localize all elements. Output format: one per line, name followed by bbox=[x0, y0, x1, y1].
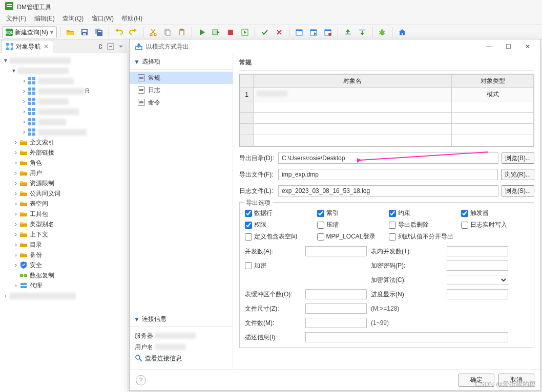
cb-privilege[interactable]: 权限 bbox=[245, 221, 313, 229]
svg-rect-53 bbox=[32, 118, 35, 121]
link-icon[interactable] bbox=[96, 42, 105, 51]
browse-dir-button[interactable]: 浏览(B)... bbox=[502, 153, 534, 164]
open-icon[interactable] bbox=[64, 26, 77, 38]
desc-input[interactable] bbox=[305, 332, 508, 342]
menu-help[interactable]: 帮助(H) bbox=[118, 13, 145, 24]
cb-include-ts[interactable]: 定义包含表空间 bbox=[245, 232, 313, 241]
undo-icon[interactable] bbox=[112, 26, 126, 38]
tree-icon bbox=[6, 42, 14, 51]
menu-icon[interactable] bbox=[117, 42, 125, 51]
maximize-button[interactable]: ☐ bbox=[501, 41, 516, 52]
svg-rect-37 bbox=[32, 77, 35, 80]
calendar1-icon[interactable] bbox=[293, 26, 306, 38]
run-script-icon[interactable] bbox=[210, 26, 223, 38]
file-count-input[interactable] bbox=[305, 318, 367, 328]
redo-icon[interactable] bbox=[127, 26, 140, 38]
new-query-button[interactable]: SQL 新建查询(N) ▾ bbox=[2, 26, 57, 38]
object-tree[interactable]: ▾ ▾ › ›R › › › › ›全文索引 ›外部链接 ›角色 ›用户 ›资源… bbox=[0, 53, 127, 392]
svg-rect-45 bbox=[32, 98, 35, 101]
cb-index[interactable]: 索引 bbox=[317, 209, 385, 217]
svg-rect-46 bbox=[28, 102, 31, 105]
tree-item: ›目录 bbox=[0, 239, 127, 250]
bug-icon[interactable] bbox=[376, 26, 389, 38]
cb-encrypt[interactable]: 加密 bbox=[245, 262, 301, 270]
svg-rect-42 bbox=[28, 92, 31, 95]
menu-query[interactable]: 查询(Q) bbox=[59, 13, 87, 24]
run-icon[interactable] bbox=[195, 26, 209, 38]
section-conn[interactable]: ▼ 连接信息 bbox=[130, 312, 233, 327]
export-file-input[interactable] bbox=[278, 169, 498, 180]
dialog-title-bar: 以模式方式导出 — ☐ ✕ bbox=[130, 39, 540, 54]
view-conn-link[interactable]: 查看连接信息 bbox=[135, 353, 182, 364]
close-button[interactable]: ✕ bbox=[520, 41, 535, 52]
concurrency-input[interactable] bbox=[305, 246, 367, 256]
cb-data-rows[interactable]: 数据行 bbox=[245, 209, 313, 217]
chevron-down-icon: ▾ bbox=[50, 29, 53, 36]
step-into-icon[interactable] bbox=[356, 26, 369, 38]
nav-tab-header: 对象导航 ✕ bbox=[0, 40, 127, 53]
svg-rect-39 bbox=[32, 81, 35, 84]
calendar2-icon[interactable] bbox=[307, 26, 320, 38]
cb-log-realtime[interactable]: 日志实时写入 bbox=[461, 221, 529, 229]
opt-general[interactable]: 常规 bbox=[130, 72, 233, 84]
ok-button[interactable]: 确定 bbox=[458, 374, 494, 387]
agent-icon bbox=[19, 281, 28, 290]
svg-rect-22 bbox=[310, 30, 317, 31]
save-all-icon[interactable] bbox=[92, 26, 106, 38]
step-out-icon[interactable] bbox=[341, 26, 355, 38]
enc-pwd-input[interactable] bbox=[447, 260, 508, 271]
svg-rect-47 bbox=[32, 102, 35, 105]
svg-rect-41 bbox=[32, 88, 35, 91]
commit-icon[interactable] bbox=[258, 26, 272, 38]
svg-rect-51 bbox=[32, 112, 35, 115]
object-table[interactable]: 对象名对象类型 1模式 bbox=[239, 74, 534, 147]
export-dir-input[interactable] bbox=[278, 153, 498, 164]
dialog-left-pane: ▼ 选择项 常规 日志 命令 ▼ 连接信息 服务器 用户名 查看连接信息 bbox=[130, 54, 233, 369]
browse-file-button[interactable]: 浏览(R)... bbox=[501, 169, 534, 180]
log-file-input[interactable] bbox=[278, 185, 498, 197]
rollback-icon[interactable] bbox=[273, 26, 286, 38]
search-icon bbox=[135, 354, 143, 362]
svg-point-29 bbox=[381, 29, 383, 31]
calendar3-icon[interactable] bbox=[321, 26, 335, 38]
cb-constraint[interactable]: 约束 bbox=[389, 209, 457, 217]
tree-item: ›代理 bbox=[0, 280, 127, 291]
tree-item: ›角色 bbox=[0, 158, 127, 168]
menu-window[interactable]: 窗口(W) bbox=[89, 13, 117, 24]
paste-icon[interactable] bbox=[175, 26, 189, 38]
close-icon[interactable]: ✕ bbox=[44, 43, 49, 50]
menu-edit[interactable]: 编辑(E) bbox=[31, 13, 58, 24]
progress-input[interactable] bbox=[447, 289, 508, 299]
cb-default-skip[interactable]: 列默认值不分开导出 bbox=[389, 232, 457, 241]
svg-rect-31 bbox=[11, 43, 13, 46]
cb-mpp-local[interactable]: MPP_LOCAL登录 bbox=[317, 232, 385, 241]
help-icon[interactable]: ? bbox=[136, 375, 146, 385]
run-selection-icon[interactable] bbox=[238, 26, 252, 38]
minimize-button[interactable]: — bbox=[481, 41, 496, 52]
log-file-label: 日志文件(L): bbox=[239, 187, 275, 195]
copy-icon[interactable] bbox=[161, 26, 174, 38]
cut-icon[interactable] bbox=[147, 26, 160, 38]
export-file-label: 导出文件(F): bbox=[239, 170, 275, 179]
section-select[interactable]: ▼ 选择项 bbox=[130, 54, 233, 70]
svg-rect-56 bbox=[28, 128, 31, 132]
collapse-icon[interactable] bbox=[107, 42, 115, 51]
enc-alg-select[interactable] bbox=[447, 275, 508, 285]
nav-tab[interactable]: 对象导航 ✕ bbox=[1, 40, 53, 53]
opt-cmd[interactable]: 命令 bbox=[130, 96, 233, 108]
file-size-input[interactable] bbox=[305, 303, 367, 314]
cancel-button[interactable]: 取消 bbox=[498, 374, 534, 387]
menu-file[interactable]: 文件(F) bbox=[3, 13, 29, 24]
cb-compress[interactable]: 压缩 bbox=[317, 221, 385, 229]
browse-log-button[interactable]: 浏览(S)... bbox=[502, 185, 534, 197]
tree-item: ›安全 bbox=[0, 260, 127, 270]
home-icon[interactable] bbox=[395, 26, 409, 38]
tree-item: ›工具包 bbox=[0, 209, 127, 219]
opt-log[interactable]: 日志 bbox=[130, 84, 233, 96]
inner-concurrency-input[interactable] bbox=[447, 246, 508, 256]
cb-drop-after[interactable]: 导出后删除 bbox=[389, 221, 457, 229]
cb-trigger[interactable]: 触发器 bbox=[461, 209, 529, 217]
buffer-input[interactable] bbox=[305, 289, 367, 299]
save-icon[interactable] bbox=[78, 26, 91, 38]
stop-icon[interactable] bbox=[224, 26, 237, 38]
